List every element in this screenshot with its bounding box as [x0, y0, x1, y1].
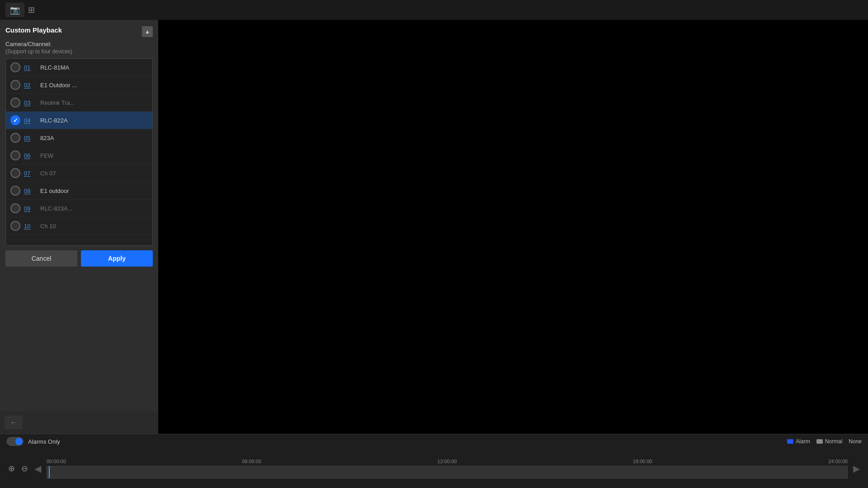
- timeline-prev-button[interactable]: ◀: [33, 462, 43, 475]
- cancel-button[interactable]: Cancel: [5, 250, 77, 267]
- sidebar-footer: ←: [0, 411, 158, 434]
- none-label: None: [849, 438, 862, 445]
- channel-number: 08: [24, 188, 37, 194]
- timeline-label: 06:00:00: [242, 459, 261, 464]
- video-area: [158, 20, 868, 434]
- alarm-label: Alarm: [796, 438, 810, 445]
- timeline-cursor: [49, 466, 50, 478]
- timeline-next-button[interactable]: ▶: [851, 463, 862, 474]
- channel-name: RLC-822A: [40, 117, 68, 124]
- camera-icon-button[interactable]: 📷: [5, 3, 24, 17]
- channel-item[interactable]: 05823A: [6, 129, 152, 147]
- timeline-controls: ⊕ ⊖ ◀: [6, 462, 43, 475]
- channel-radio: [10, 98, 20, 108]
- channel-name: RLC-81MA: [40, 64, 69, 71]
- channel-radio: [10, 203, 20, 213]
- channel-item[interactable]: 01RLC-81MA: [6, 59, 152, 76]
- alarms-row: Alarms Only Alarm Normal None: [0, 434, 868, 449]
- bottom-bar: Alarms Only Alarm Normal None ⊕ ⊖ ◀: [0, 434, 868, 488]
- channel-item[interactable]: 07Ch 07: [6, 164, 152, 182]
- timeline-ruler: 00:00:0006:00:0012:00:0018:00:0024:00:00: [47, 459, 848, 466]
- channel-number: 03: [24, 99, 37, 106]
- zoom-out-button[interactable]: ⊖: [19, 463, 30, 474]
- grid-icon-button[interactable]: ⊞: [24, 3, 38, 17]
- timeline-fill: [47, 466, 847, 478]
- channel-number: 10: [24, 223, 37, 230]
- panel-title: Custom Playback: [5, 26, 62, 34]
- channel-number: 09: [24, 205, 37, 212]
- channel-name: E1 Outdoor ...: [40, 82, 77, 89]
- camera-channel-label: Camera/Channel:: [5, 41, 153, 47]
- channel-radio: [10, 186, 20, 196]
- timeline-bar[interactable]: [47, 466, 848, 479]
- channel-item[interactable]: 09RLC-823A...: [6, 200, 152, 217]
- channel-radio: [10, 150, 20, 160]
- channel-item[interactable]: 06FEW: [6, 147, 152, 164]
- timeline-label: 00:00:00: [47, 459, 66, 464]
- top-bar: 📷 ⊞: [0, 0, 868, 20]
- back-button[interactable]: ←: [5, 416, 23, 429]
- channel-radio: [10, 80, 20, 90]
- channel-number: 02: [24, 82, 37, 89]
- channel-item[interactable]: 03Reolink Tra...: [6, 94, 152, 112]
- channel-name: Ch 07: [40, 170, 56, 177]
- alarm-legend: Alarm: [787, 438, 810, 445]
- legend-area: Alarm Normal None: [787, 438, 862, 445]
- channel-number: 06: [24, 152, 37, 159]
- channel-name: Ch 10: [40, 223, 56, 230]
- channel-radio: [10, 168, 20, 178]
- apply-button[interactable]: Apply: [81, 250, 153, 267]
- channel-radio: [10, 62, 20, 72]
- normal-legend: Normal: [816, 438, 843, 445]
- channel-name: Reolink Tra...: [40, 99, 75, 106]
- channel-item[interactable]: 10Ch 10: [6, 217, 152, 235]
- channel-number: 04: [24, 117, 37, 124]
- channel-name: FEW: [40, 152, 53, 159]
- support-label: (Support up to four devices): [5, 48, 153, 55]
- channel-number: 01: [24, 64, 37, 71]
- normal-label: Normal: [825, 438, 843, 445]
- channel-radio: [10, 221, 20, 231]
- sidebar: Custom Playback ▲ Camera/Channel: (Suppo…: [0, 20, 158, 434]
- channel-item[interactable]: 02E1 Outdoor ...: [6, 76, 152, 94]
- timeline-container: ⊕ ⊖ ◀ 00:00:0006:00:0012:00:0018:00:0024…: [0, 449, 868, 488]
- panel-header: Custom Playback ▲: [5, 26, 153, 37]
- channel-name: 823A: [40, 135, 54, 141]
- normal-dot: [816, 439, 823, 444]
- channel-number: 07: [24, 170, 37, 177]
- alarms-only-label: Alarms Only: [28, 438, 60, 445]
- playback-panel: Custom Playback ▲ Camera/Channel: (Suppo…: [0, 20, 158, 411]
- channel-name: E1 outdoor: [40, 188, 69, 194]
- channel-radio: ✓: [10, 115, 20, 125]
- alarm-dot: [787, 439, 793, 444]
- timeline-track[interactable]: 00:00:0006:00:0012:00:0018:00:0024:00:00: [47, 459, 848, 479]
- channel-number: 05: [24, 135, 37, 141]
- collapse-button[interactable]: ▲: [142, 26, 153, 37]
- zoom-in-button[interactable]: ⊕: [6, 463, 17, 474]
- timeline-label: 18:00:00: [633, 459, 652, 464]
- timeline-label: 12:00:00: [438, 459, 457, 464]
- channel-name: RLC-823A...: [40, 205, 73, 212]
- panel-buttons: Cancel Apply: [5, 250, 153, 267]
- channel-radio: [10, 133, 20, 143]
- channel-item[interactable]: ✓04RLC-822A: [6, 112, 152, 129]
- alarms-toggle[interactable]: [6, 437, 24, 446]
- channel-list: 01RLC-81MA02E1 Outdoor ...03Reolink Tra.…: [5, 58, 153, 246]
- timeline-label: 24:00:00: [828, 459, 848, 464]
- channel-item[interactable]: 08E1 outdoor: [6, 182, 152, 200]
